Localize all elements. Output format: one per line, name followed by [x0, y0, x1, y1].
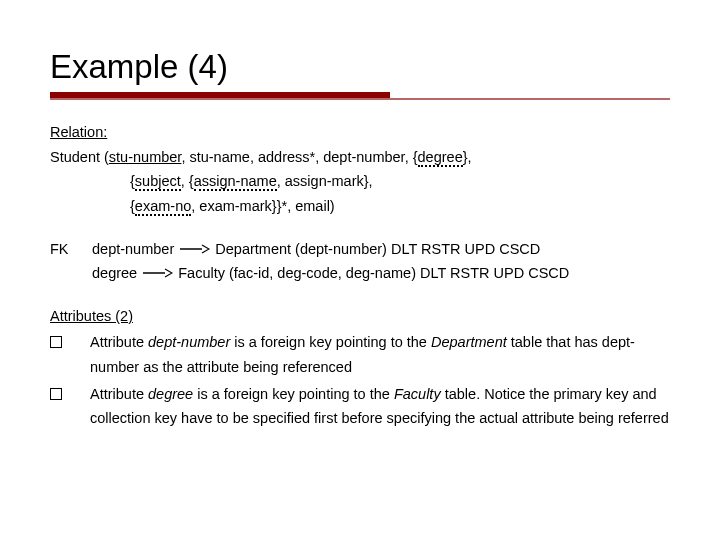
fk-attr: degree — [92, 265, 137, 281]
attributes-heading: Attributes (2) — [50, 308, 133, 324]
fk-block: FK dept-number Department (dept-number) … — [50, 237, 670, 286]
arrow-icon — [143, 268, 173, 278]
title-rule — [50, 92, 670, 98]
relation-line-1: Student (stu-number, stu-name, address*,… — [50, 145, 670, 170]
text: }, — [463, 149, 472, 165]
attributes-block: Attributes (2) Attribute dept-number is … — [50, 304, 670, 431]
ck-degree: degree — [418, 149, 463, 167]
arrow-icon — [180, 244, 210, 254]
italic-dept-number: dept-number — [148, 334, 230, 350]
text: Attribute — [90, 334, 148, 350]
text: is a foreign key pointing to the — [193, 386, 394, 402]
fk-attr: dept-number — [92, 241, 174, 257]
text: is a foreign key pointing to the — [230, 334, 431, 350]
slide-title: Example (4) — [50, 48, 670, 86]
text: , assign-mark}, — [277, 173, 373, 189]
relation-heading: Relation: — [50, 124, 107, 140]
relation-line-3: {exam-no, exam-mark}}*, email) — [50, 194, 670, 219]
fk-label: FK — [50, 237, 74, 262]
fk-target: Department (dept-number) DLT RSTR UPD CS… — [215, 241, 540, 257]
italic-degree: degree — [148, 386, 193, 402]
square-bullet-icon — [50, 388, 62, 400]
pk-stu-number: stu-number — [109, 149, 182, 165]
text: , { — [181, 173, 194, 189]
relation-line-2: {subject, {assign-name, assign-mark}, — [50, 169, 670, 194]
text: Student ( — [50, 149, 109, 165]
relation-block: Relation: Student (stu-number, stu-name,… — [50, 120, 670, 219]
fk-line-1: dept-number Department (dept-number) DLT… — [92, 237, 670, 262]
square-bullet-icon — [50, 336, 62, 348]
text: , stu-name, address*, dept-number, { — [181, 149, 417, 165]
bullet-item-1: Attribute dept-number is a foreign key p… — [50, 330, 670, 379]
italic-department: Department — [431, 334, 507, 350]
fk-target: Faculty (fac-id, deg-code, deg-name) DLT… — [178, 265, 569, 281]
fk-line-2: degree Faculty (fac-id, deg-code, deg-na… — [92, 261, 670, 286]
ck-assign-name: assign-name — [194, 173, 277, 191]
ck-subject: subject — [135, 173, 181, 191]
bullet-item-2: Attribute degree is a foreign key pointi… — [50, 382, 670, 431]
text: Attribute — [90, 386, 148, 402]
italic-faculty: Faculty — [394, 386, 441, 402]
ck-exam-no: exam-no — [135, 198, 191, 216]
text: , exam-mark}}*, email) — [191, 198, 334, 214]
